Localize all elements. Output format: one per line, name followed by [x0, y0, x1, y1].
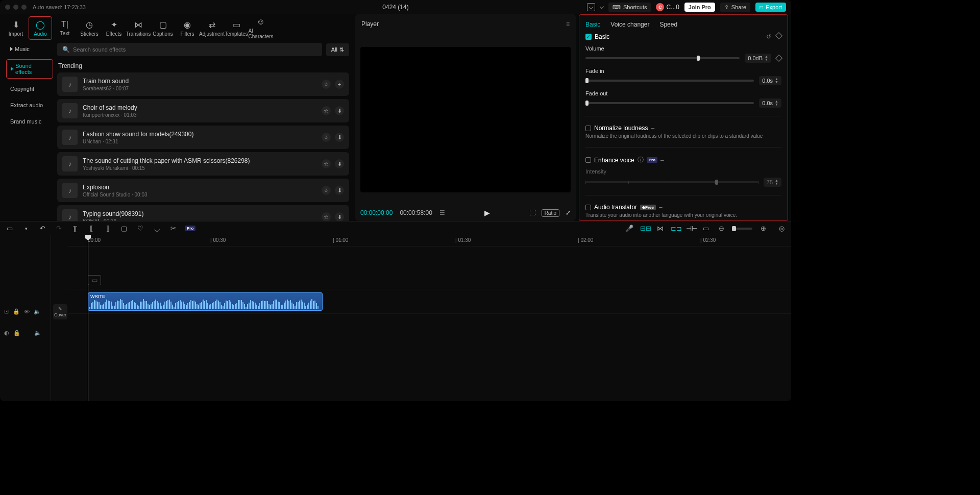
star-icon[interactable]: ☆ — [322, 212, 331, 221]
search-box[interactable]: 🔍 — [57, 43, 322, 56]
spinner-icon[interactable]: ▲▼ — [775, 100, 778, 106]
tool-filters[interactable]: ◉Filters — [176, 16, 199, 40]
delete-icon[interactable]: ▢ — [119, 225, 129, 232]
tool-templates[interactable]: ▭Templates — [225, 16, 248, 40]
sound-item[interactable]: ♪ Typing sound(908391) KOH.M · 00:16 ☆ ⬇ — [57, 205, 349, 221]
pointer-tool-icon[interactable]: ▭ — [5, 225, 14, 232]
trim-left-icon[interactable]: ⟦ — [87, 225, 96, 232]
list-icon[interactable]: ☰ — [439, 209, 445, 216]
star-icon[interactable]: ☆ — [322, 133, 331, 142]
spinner-icon[interactable]: ▲▼ — [765, 55, 768, 61]
search-input[interactable] — [73, 46, 317, 53]
star-icon[interactable]: ☆ — [322, 186, 331, 195]
lock-icon[interactable]: 🔒 — [13, 330, 20, 336]
pointer-menu-chevron-icon[interactable]: ▾ — [21, 226, 31, 231]
layout-icon[interactable] — [587, 3, 595, 11]
align-icon[interactable]: ⊣⊢ — [686, 225, 695, 232]
playhead[interactable] — [88, 235, 88, 401]
mute-icon[interactable]: 🔈 — [34, 330, 41, 336]
shortcuts-button[interactable]: ⌨ Shortcuts — [608, 3, 651, 12]
tool-transitions[interactable]: ⋈Transitions — [127, 16, 150, 40]
preview-icon[interactable]: ▭ — [701, 225, 710, 232]
split-icon[interactable]: ]​[ — [70, 225, 80, 232]
min-dot[interactable] — [13, 5, 18, 10]
tool-captions[interactable]: ▢Captions — [151, 16, 175, 40]
close-dot[interactable] — [5, 5, 10, 10]
tool-import[interactable]: ⬇Import — [4, 16, 28, 40]
link-icon[interactable]: ⋈ — [655, 225, 665, 232]
audio-track[interactable]: WRITE — [68, 289, 791, 314]
tool-text[interactable]: T|Text — [53, 16, 77, 40]
share-button[interactable]: ⇪ Share — [720, 3, 750, 12]
filter-all-button[interactable]: All ⇅ — [326, 43, 349, 56]
track-toggle-icon[interactable]: ◐ — [4, 330, 9, 336]
sound-item[interactable]: ♪ Explosion Official Sound Studio · 00:0… — [57, 179, 349, 202]
window-controls[interactable] — [5, 5, 27, 10]
lock-icon[interactable]: 🔒 — [13, 308, 20, 315]
tab-speed[interactable]: Speed — [659, 21, 677, 28]
add-icon[interactable]: + — [335, 80, 344, 89]
tab-voice-changer[interactable]: Voice changer — [610, 21, 649, 28]
trim-right-icon[interactable]: ⟧ — [103, 225, 112, 232]
reset-icon[interactable]: ↺ — [766, 33, 771, 40]
snap-icon[interactable]: ⊟⊟ — [640, 225, 649, 232]
volume-value[interactable]: 0.0dB ▲▼ — [745, 54, 771, 63]
undo-icon[interactable]: ↶ — [38, 225, 47, 232]
translator-toggle[interactable]: Audio translator ◆Free – — [585, 204, 781, 211]
sound-item[interactable]: ♪ Choir of sad melody Kurippertronixxx ·… — [57, 99, 349, 122]
fadein-slider[interactable] — [585, 80, 754, 82]
intensity-value[interactable]: 75 ▲▼ — [764, 178, 781, 187]
zoom-in-icon[interactable]: ⊕ — [758, 225, 768, 232]
keyframe-all-icon[interactable] — [775, 32, 782, 39]
scan-icon[interactable]: ⛶ — [529, 209, 535, 216]
download-icon[interactable]: ⬇ — [335, 159, 344, 168]
cover-button[interactable]: ✎ Cover — [53, 304, 67, 319]
category-extract-audio[interactable]: Extract audio — [6, 99, 53, 111]
autocut-icon[interactable]: ✂ — [168, 225, 178, 232]
fadeout-slider[interactable] — [585, 102, 754, 104]
magnet-icon[interactable]: ⊏⊐ — [671, 225, 680, 232]
fadeout-value[interactable]: 0.0s ▲▼ — [759, 98, 781, 108]
redo-icon[interactable]: ↷ — [54, 225, 63, 232]
download-icon[interactable]: ⬇ — [335, 133, 344, 142]
tool-audio[interactable]: ◯Audio — [29, 16, 52, 40]
play-button[interactable]: ▶ — [484, 209, 490, 217]
tab-basic[interactable]: Basic — [585, 21, 600, 28]
category-copyright[interactable]: Copyright — [6, 83, 53, 95]
star-icon[interactable]: ☆ — [322, 106, 331, 115]
normalize-toggle[interactable]: Normalize loudness – — [585, 125, 781, 132]
mic-icon[interactable]: 🎤 — [625, 225, 634, 232]
enhance-toggle[interactable]: Enhance voice ⓘ Pro – — [585, 156, 781, 164]
volume-keyframe-icon[interactable] — [775, 55, 782, 62]
info-icon[interactable]: ⓘ — [638, 156, 644, 164]
max-dot[interactable] — [21, 5, 27, 10]
sound-item[interactable]: ♪ Train horn sound Sorabeats62 · 00:07 ☆… — [57, 72, 349, 96]
ratio-button[interactable]: Ratio — [542, 209, 559, 217]
fadein-value[interactable]: 0.0s ▲▼ — [759, 76, 781, 85]
spinner-icon[interactable]: ▲▼ — [775, 78, 778, 84]
eye-icon[interactable]: 👁 — [24, 309, 30, 315]
download-icon[interactable]: ⬇ — [335, 106, 344, 115]
basic-toggle[interactable]: ✓ Basic – — [585, 33, 616, 40]
spinner-icon[interactable]: ▲▼ — [775, 179, 778, 185]
category-sound-effects[interactable]: Sound effects — [6, 59, 53, 79]
tool-adjustment[interactable]: ⇄Adjustment — [200, 16, 224, 40]
download-icon[interactable]: ⬇ — [335, 212, 344, 221]
tool-ai-characters[interactable]: ☺AI Characters — [249, 16, 273, 40]
preview-canvas[interactable] — [360, 47, 571, 192]
sound-item[interactable]: ♪ Fashion show sound for models(249300) … — [57, 126, 349, 149]
category-music[interactable]: Music — [6, 43, 53, 55]
layout-menu-chevron-icon[interactable] — [600, 4, 604, 8]
audio-clip[interactable]: WRITE — [88, 292, 323, 311]
video-track[interactable]: ▭ — [68, 271, 791, 289]
download-icon[interactable]: ⬇ — [335, 186, 344, 195]
player-menu-icon[interactable]: ≡ — [566, 20, 570, 28]
category-brand-music[interactable]: Brand music — [6, 115, 53, 128]
marker-icon[interactable]: ◡ — [152, 225, 161, 232]
volume-slider[interactable] — [585, 57, 740, 59]
mute-icon[interactable]: 🔈 — [34, 308, 41, 315]
empty-clip-icon[interactable]: ▭ — [88, 275, 101, 285]
tool-effects[interactable]: ✦Effects — [102, 16, 126, 40]
zoom-slider[interactable] — [732, 228, 752, 230]
tool-stickers[interactable]: ◷Stickers — [78, 16, 101, 40]
